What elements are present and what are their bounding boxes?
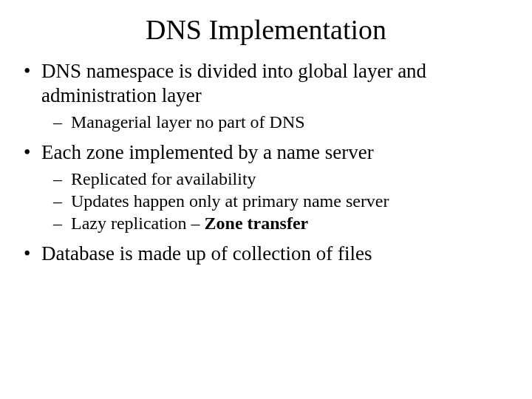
bullet-list: DNS namespace is divided into global lay… <box>21 59 511 266</box>
bullet-item: DNS namespace is divided into global lay… <box>21 59 511 133</box>
slide: DNS Implementation DNS namespace is divi… <box>0 0 532 399</box>
bullet-text: Database is made up of collection of fil… <box>41 242 372 265</box>
sub-list: Replicated for availability Updates happ… <box>41 168 511 234</box>
slide-title: DNS Implementation <box>21 13 511 46</box>
sub-text-bold: Zone transfer <box>205 214 309 233</box>
bullet-text: Each zone implemented by a name server <box>41 141 374 163</box>
sub-item: Lazy replication – Zone transfer <box>52 212 511 234</box>
sub-item: Updates happen only at primary name serv… <box>52 190 511 212</box>
bullet-item: Each zone implemented by a name server R… <box>21 140 511 234</box>
sub-text-prefix: Lazy replication – <box>71 214 205 233</box>
bullet-item: Database is made up of collection of fil… <box>21 242 511 266</box>
sub-item: Managerial layer no part of DNS <box>52 111 511 133</box>
sub-text: Replicated for availability <box>71 169 256 188</box>
sub-text: Managerial layer no part of DNS <box>71 112 305 132</box>
bullet-text: DNS namespace is divided into global lay… <box>41 60 426 106</box>
sub-list: Managerial layer no part of DNS <box>41 111 511 133</box>
sub-item: Replicated for availability <box>52 168 511 190</box>
sub-text: Updates happen only at primary name serv… <box>71 191 389 211</box>
